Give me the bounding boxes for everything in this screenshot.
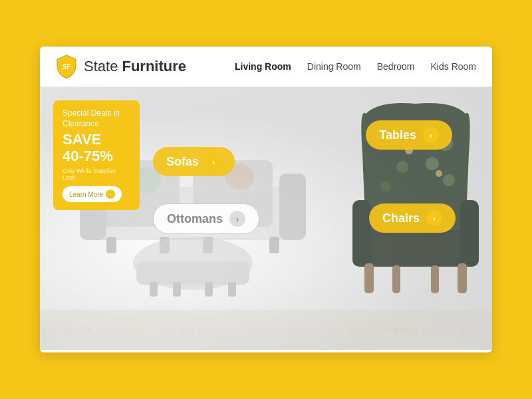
svg-text:SF: SF [63,63,71,70]
svg-rect-11 [269,237,279,253]
svg-point-23 [396,161,408,173]
promo-box: Special Deals in Clearance SAVE 40-75% O… [53,100,140,210]
tables-label: Tables [379,128,416,142]
svg-rect-31 [460,200,479,267]
promo-save-label: SAVE [63,132,130,148]
nav-kids-room[interactable]: Kids Room [431,61,476,72]
svg-rect-16 [150,282,158,297]
rug-illustration [40,310,492,350]
svg-rect-15 [136,261,249,285]
sofas-arrow-icon: › [205,154,221,170]
sofas-button[interactable]: Sofas › [153,147,235,176]
svg-rect-18 [173,282,181,297]
svg-rect-33 [458,263,467,293]
svg-rect-8 [106,237,116,253]
svg-rect-19 [205,282,213,297]
nav-dining-room[interactable]: Dining Room [307,61,361,72]
learn-more-label: Learn More [69,191,103,198]
promo-discount: 40-75% [63,148,130,165]
svg-rect-7 [279,174,306,240]
svg-point-26 [443,174,455,186]
learn-more-button[interactable]: Learn More › [63,186,122,202]
ottomans-label: Ottomans [167,212,223,226]
svg-rect-30 [352,200,371,267]
sofas-label: Sofas [166,155,199,169]
brand-name: State Furniture [84,58,186,75]
svg-point-28 [436,170,442,177]
svg-rect-32 [364,263,374,293]
svg-rect-17 [228,282,236,297]
navigation: Living Room Dining Room Bedroom Kids Roo… [235,61,476,72]
logo-shield-icon: SF [56,55,77,78]
tables-arrow-icon: › [423,127,439,143]
nav-bedroom[interactable]: Bedroom [377,61,415,72]
ottoman-illustration [126,233,259,300]
chairs-arrow-icon: › [426,210,442,226]
ottomans-button[interactable]: Ottomans › [153,203,259,234]
chairs-button[interactable]: Chairs › [369,203,456,233]
logo-area: SF State Furniture [56,55,235,78]
hero-section: Special Deals in Clearance SAVE 40-75% O… [40,87,492,350]
promo-title: Special Deals in Clearance [63,108,130,129]
nav-living-room[interactable]: Living Room [235,61,291,72]
svg-rect-35 [431,265,439,293]
chairs-label: Chairs [382,211,420,225]
ottomans-arrow-icon: › [229,211,245,227]
promo-sub-text: Only While Supplies Last! [63,168,130,181]
svg-point-25 [380,182,391,192]
svg-rect-34 [392,265,400,293]
svg-point-24 [426,157,439,170]
svg-rect-29 [359,230,472,267]
header: SF State Furniture Living Room Dining Ro… [40,47,492,87]
tables-button[interactable]: Tables › [366,120,452,150]
learn-more-arrow-icon: › [106,190,115,199]
main-card: SF State Furniture Living Room Dining Ro… [40,47,492,352]
